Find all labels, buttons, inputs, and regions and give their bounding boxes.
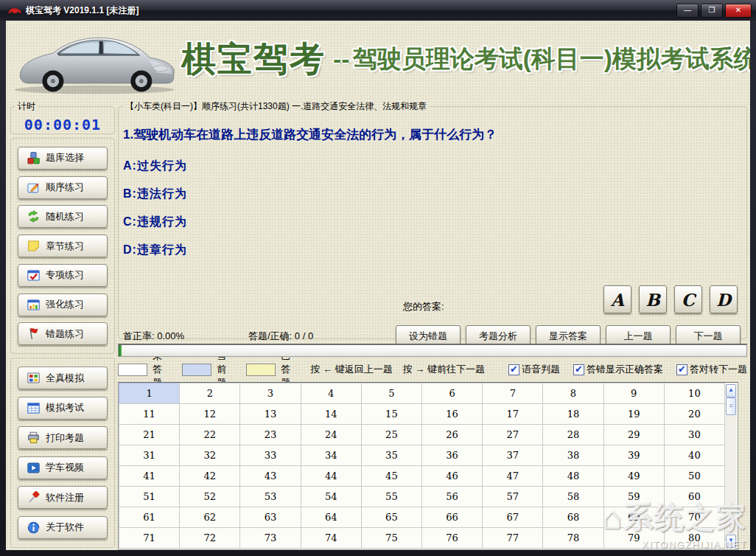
question-cell-16[interactable]: 16 xyxy=(421,403,483,425)
question-cell-24[interactable]: 24 xyxy=(301,424,362,445)
question-cell-25[interactable]: 25 xyxy=(361,424,422,445)
question-cell-78[interactable]: 78 xyxy=(542,527,603,549)
question-cell-36[interactable]: 36 xyxy=(421,445,483,466)
question-cell-1[interactable]: 1 xyxy=(119,383,180,404)
question-cell-12[interactable]: 12 xyxy=(179,403,240,425)
question-cell-53[interactable]: 53 xyxy=(239,486,301,507)
question-cell-34[interactable]: 34 xyxy=(301,445,362,466)
question-cell-52[interactable]: 52 xyxy=(179,486,240,507)
question-cell-72[interactable]: 72 xyxy=(179,527,240,549)
checkbox-0-checked[interactable]: ✔ xyxy=(508,364,519,375)
question-cell-64[interactable]: 64 xyxy=(301,507,362,528)
sidebar-button-g2-1[interactable]: 模拟考试 xyxy=(18,397,108,420)
question-cell-55[interactable]: 55 xyxy=(361,486,422,507)
answer-button-d[interactable]: D xyxy=(710,285,738,313)
sidebar-button-g1-3[interactable]: 章节练习 xyxy=(18,234,108,257)
question-cell-47[interactable]: 47 xyxy=(482,465,543,487)
question-cell-48[interactable]: 48 xyxy=(542,465,603,487)
sidebar-button-g2-0[interactable]: 全真模拟 xyxy=(18,366,108,389)
sidebar-button-g1-6[interactable]: 错题练习 xyxy=(18,322,108,345)
question-cell-69[interactable]: 69 xyxy=(603,507,665,528)
question-cell-73[interactable]: 73 xyxy=(239,527,301,549)
question-cell-3[interactable]: 3 xyxy=(239,383,301,404)
sidebar-button-g1-5[interactable]: 强化练习 xyxy=(18,293,108,316)
question-cell-38[interactable]: 38 xyxy=(542,445,603,466)
question-cell-18[interactable]: 18 xyxy=(542,403,603,425)
question-cell-20[interactable]: 20 xyxy=(664,403,725,425)
question-cell-74[interactable]: 74 xyxy=(301,527,362,549)
question-cell-15[interactable]: 15 xyxy=(361,403,422,425)
scroll-up-icon[interactable]: ▲ xyxy=(726,384,736,397)
question-cell-67[interactable]: 67 xyxy=(482,507,543,528)
question-cell-26[interactable]: 26 xyxy=(421,424,483,445)
question-cell-79[interactable]: 79 xyxy=(603,527,665,549)
question-cell-58[interactable]: 58 xyxy=(542,486,603,507)
question-cell-75[interactable]: 75 xyxy=(361,527,422,549)
question-cell-6[interactable]: 6 xyxy=(421,383,483,404)
question-cell-31[interactable]: 31 xyxy=(119,445,180,466)
question-cell-32[interactable]: 32 xyxy=(179,445,240,466)
question-cell-29[interactable]: 29 xyxy=(603,424,665,445)
question-cell-33[interactable]: 33 xyxy=(239,445,301,466)
sidebar-button-g2-3[interactable]: 学车视频 xyxy=(18,456,108,479)
question-cell-54[interactable]: 54 xyxy=(301,486,362,507)
question-cell-19[interactable]: 19 xyxy=(603,403,665,425)
question-cell-71[interactable]: 71 xyxy=(119,527,180,549)
question-cell-27[interactable]: 27 xyxy=(482,424,543,445)
question-cell-42[interactable]: 42 xyxy=(179,465,240,487)
question-cell-11[interactable]: 11 xyxy=(119,403,180,425)
question-cell-50[interactable]: 50 xyxy=(664,465,725,487)
question-cell-7[interactable]: 7 xyxy=(482,383,543,404)
question-cell-28[interactable]: 28 xyxy=(542,424,603,445)
question-cell-43[interactable]: 43 xyxy=(239,465,301,487)
answer-button-c[interactable]: C xyxy=(674,285,702,313)
scrollbar-thumb[interactable]: ≡ xyxy=(726,397,736,415)
question-cell-17[interactable]: 17 xyxy=(482,403,543,425)
question-cell-49[interactable]: 49 xyxy=(603,465,665,487)
minimize-button[interactable]: — xyxy=(676,4,699,18)
question-cell-63[interactable]: 63 xyxy=(239,507,301,528)
question-cell-62[interactable]: 62 xyxy=(179,507,240,528)
question-cell-10[interactable]: 10 xyxy=(664,383,725,404)
question-cell-14[interactable]: 14 xyxy=(301,403,362,425)
question-cell-77[interactable]: 77 xyxy=(482,527,543,549)
question-cell-66[interactable]: 66 xyxy=(421,507,483,528)
question-cell-41[interactable]: 41 xyxy=(119,465,180,487)
question-cell-22[interactable]: 22 xyxy=(179,424,240,445)
question-cell-8[interactable]: 8 xyxy=(542,383,603,404)
question-cell-46[interactable]: 46 xyxy=(421,465,483,487)
question-cell-13[interactable]: 13 xyxy=(239,403,301,425)
titlebar[interactable]: 棋宝驾考 V2019.1.1 [未注册] — ❐ ✕ xyxy=(0,0,756,21)
question-cell-35[interactable]: 35 xyxy=(361,445,422,466)
sidebar-button-g1-0[interactable]: 题库选择 xyxy=(18,147,108,170)
question-cell-51[interactable]: 51 xyxy=(119,486,180,507)
question-cell-44[interactable]: 44 xyxy=(301,465,362,487)
question-cell-30[interactable]: 30 xyxy=(664,424,725,445)
scroll-down-icon[interactable]: ▼ xyxy=(726,535,736,548)
sidebar-button-g2-2[interactable]: 打印考题 xyxy=(18,426,108,449)
question-cell-57[interactable]: 57 xyxy=(482,486,543,507)
question-cell-76[interactable]: 76 xyxy=(421,527,483,549)
question-cell-9[interactable]: 9 xyxy=(603,383,665,404)
question-cell-21[interactable]: 21 xyxy=(119,424,180,445)
question-cell-61[interactable]: 61 xyxy=(119,507,180,528)
maximize-button[interactable]: ❐ xyxy=(701,4,723,18)
question-cell-23[interactable]: 23 xyxy=(239,424,301,445)
question-cell-70[interactable]: 70 xyxy=(664,507,725,528)
answer-button-b[interactable]: B xyxy=(639,285,667,313)
sidebar-button-g2-4[interactable]: 软件注册 xyxy=(18,486,108,509)
grid-scrollbar[interactable]: ▲ ≡ ▼ xyxy=(724,383,737,549)
question-cell-60[interactable]: 60 xyxy=(664,486,725,507)
question-cell-4[interactable]: 4 xyxy=(301,383,362,404)
checkbox-1-checked[interactable]: ✔ xyxy=(573,364,584,375)
sidebar-button-g1-2[interactable]: 随机练习 xyxy=(18,205,108,228)
sidebar-button-g2-5[interactable]: 关于软件 xyxy=(18,516,108,539)
question-cell-39[interactable]: 39 xyxy=(603,445,665,466)
question-cell-68[interactable]: 68 xyxy=(542,507,603,528)
checkbox-2-checked[interactable]: ✔ xyxy=(676,364,687,375)
question-cell-40[interactable]: 40 xyxy=(664,445,725,466)
question-cell-5[interactable]: 5 xyxy=(361,383,422,404)
sidebar-button-g1-1[interactable]: 顺序练习 xyxy=(18,176,108,199)
close-button[interactable]: ✕ xyxy=(725,4,752,18)
question-cell-37[interactable]: 37 xyxy=(482,445,543,466)
